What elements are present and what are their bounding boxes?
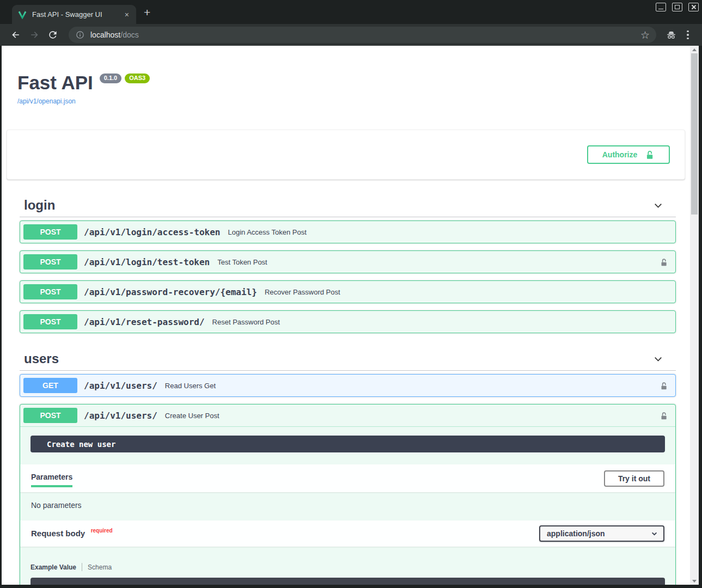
badges: 0.1.0 OAS3 bbox=[100, 74, 150, 83]
media-type-value: application/json bbox=[547, 529, 605, 538]
op-description-wrapper: Create new user bbox=[20, 427, 675, 464]
required-badge: required bbox=[91, 528, 113, 534]
chevron-down-icon[interactable] bbox=[652, 353, 664, 365]
auth-lock-icon[interactable] bbox=[660, 381, 668, 390]
method-badge: POST bbox=[23, 254, 77, 270]
op-summary: Login Access Token Post bbox=[228, 228, 675, 236]
scheme-container: Authorize bbox=[7, 130, 685, 180]
tag-header-login[interactable]: login bbox=[20, 193, 676, 217]
tab-close-icon[interactable]: × bbox=[123, 10, 131, 19]
op-summary: Create User Post bbox=[165, 412, 660, 420]
parameters-header: Parameters Try it out bbox=[20, 464, 675, 492]
op-path: /api/v1/users/ bbox=[84, 411, 157, 421]
example-tabs: Example Value Schema bbox=[30, 563, 665, 571]
info-icon[interactable] bbox=[75, 30, 85, 40]
url-path: /docs bbox=[120, 30, 138, 39]
request-body-header: Request body required application/json bbox=[20, 520, 675, 547]
spec-link-row: /api/v1/openapi.json bbox=[17, 97, 690, 105]
maximize-button[interactable] bbox=[672, 3, 682, 11]
minimize-icon bbox=[658, 9, 663, 9]
chevron-down-icon bbox=[651, 530, 658, 537]
page-content: Fast API 0.1.0 OAS3 /api/v1/openapi.json… bbox=[2, 46, 699, 585]
back-button[interactable] bbox=[9, 28, 23, 42]
favicon-v-icon bbox=[18, 10, 27, 19]
example-code-block: { bbox=[30, 578, 665, 585]
op-row-read-users[interactable]: GET /api/v1/users/ Read Users Get bbox=[20, 374, 676, 397]
tag-title: login bbox=[24, 197, 55, 213]
op-summary: Reset Password Post bbox=[212, 318, 675, 326]
op-path: /api/v1/users/ bbox=[84, 381, 157, 391]
op-row-password-recovery[interactable]: POST /api/v1/password-recovery/{email} R… bbox=[20, 280, 676, 303]
request-body-label: Request body bbox=[31, 529, 85, 538]
op-path: /api/v1/password-recovery/{email} bbox=[84, 287, 257, 297]
op-summary: Test Token Post bbox=[217, 258, 660, 266]
browser-tab[interactable]: Fast API - Swagger UI × bbox=[12, 5, 136, 24]
back-arrow-icon bbox=[10, 29, 21, 40]
page-scrollbar[interactable] bbox=[690, 46, 699, 585]
auth-lock-icon[interactable] bbox=[660, 258, 668, 267]
reload-icon bbox=[47, 29, 58, 40]
tag-title: users bbox=[24, 351, 59, 367]
incognito-icon bbox=[666, 29, 677, 41]
media-type-select[interactable]: application/json bbox=[539, 525, 664, 542]
parameters-tab[interactable]: Parameters bbox=[31, 469, 72, 487]
maximize-icon bbox=[675, 5, 680, 9]
tag-section-users: users GET /api/v1/users/ Read Users Get bbox=[20, 346, 676, 585]
op-row-login-access-token[interactable]: POST /api/v1/login/access-token Login Ac… bbox=[20, 220, 676, 243]
op-row-reset-password[interactable]: POST /api/v1/reset-password/ Reset Passw… bbox=[20, 310, 676, 333]
unlock-icon bbox=[645, 150, 655, 160]
api-title-row: Fast API 0.1.0 OAS3 bbox=[17, 72, 690, 94]
scrollbar-down-arrow[interactable] bbox=[690, 577, 699, 585]
op-path: /api/v1/reset-password/ bbox=[84, 317, 205, 327]
address-bar[interactable]: localhost/docs ☆ bbox=[69, 27, 656, 43]
tag-section-login: login POST /api/v1/login/access-token Lo… bbox=[20, 193, 676, 333]
op-description: Create new user bbox=[30, 436, 665, 452]
browser-menu-button[interactable] bbox=[682, 28, 693, 42]
page-title: Fast API bbox=[17, 72, 93, 94]
window-controls bbox=[656, 3, 699, 11]
method-badge: POST bbox=[23, 284, 77, 299]
api-info: Fast API 0.1.0 OAS3 /api/v1/openapi.json bbox=[2, 46, 690, 105]
op-summary: Recover Password Post bbox=[265, 288, 675, 296]
op-path: /api/v1/login/test-token bbox=[84, 257, 210, 267]
authorize-label: Authorize bbox=[602, 150, 638, 159]
try-it-out-button[interactable]: Try it out bbox=[604, 470, 664, 487]
op-row-create-user[interactable]: POST /api/v1/users/ Create User Post bbox=[20, 405, 675, 427]
scrollbar-thumb[interactable] bbox=[691, 53, 698, 215]
op-summary: Read Users Get bbox=[165, 382, 660, 390]
model-example: Example Value Schema { bbox=[20, 547, 675, 585]
op-path: /api/v1/login/access-token bbox=[84, 227, 220, 237]
opblock-create-user: POST /api/v1/users/ Create User Post Cre… bbox=[20, 404, 676, 585]
new-tab-button[interactable]: + bbox=[144, 6, 150, 19]
forward-arrow-icon bbox=[29, 29, 40, 40]
op-row-login-test-token[interactable]: POST /api/v1/login/test-token Test Token… bbox=[20, 250, 676, 273]
reload-button[interactable] bbox=[46, 28, 60, 42]
tag-header-users[interactable]: users bbox=[20, 346, 676, 371]
operations-list: login POST /api/v1/login/access-token Lo… bbox=[20, 193, 676, 585]
auth-lock-icon[interactable] bbox=[660, 411, 668, 420]
authorize-button[interactable]: Authorize bbox=[587, 145, 670, 164]
browser-toolbar: localhost/docs ☆ bbox=[0, 24, 702, 46]
method-badge: POST bbox=[23, 314, 77, 329]
method-badge: POST bbox=[23, 408, 77, 423]
tab-example-value[interactable]: Example Value bbox=[30, 564, 76, 571]
chevron-down-icon[interactable] bbox=[652, 200, 664, 211]
minimize-button[interactable] bbox=[656, 3, 666, 11]
tab-schema[interactable]: Schema bbox=[88, 564, 112, 571]
url-host: localhost bbox=[90, 30, 120, 39]
scrollbar-up-arrow[interactable] bbox=[690, 46, 699, 53]
no-parameters-text: No parameters bbox=[20, 492, 675, 520]
forward-button[interactable] bbox=[27, 28, 41, 42]
version-badge: 0.1.0 bbox=[100, 74, 121, 83]
method-badge: POST bbox=[23, 224, 77, 240]
swagger-ui: Fast API 0.1.0 OAS3 /api/v1/openapi.json… bbox=[2, 46, 690, 585]
browser-tabstrip: Fast API - Swagger UI × + bbox=[0, 0, 702, 24]
method-badge: GET bbox=[23, 378, 77, 393]
oas3-badge: OAS3 bbox=[125, 74, 150, 83]
openapi-spec-link[interactable]: /api/v1/openapi.json bbox=[17, 97, 76, 105]
close-button[interactable] bbox=[688, 3, 699, 11]
bookmark-star-icon[interactable]: ☆ bbox=[640, 30, 650, 40]
close-icon bbox=[691, 4, 697, 10]
tab-title: Fast API - Swagger UI bbox=[32, 10, 123, 19]
tabs-divider bbox=[82, 563, 82, 571]
